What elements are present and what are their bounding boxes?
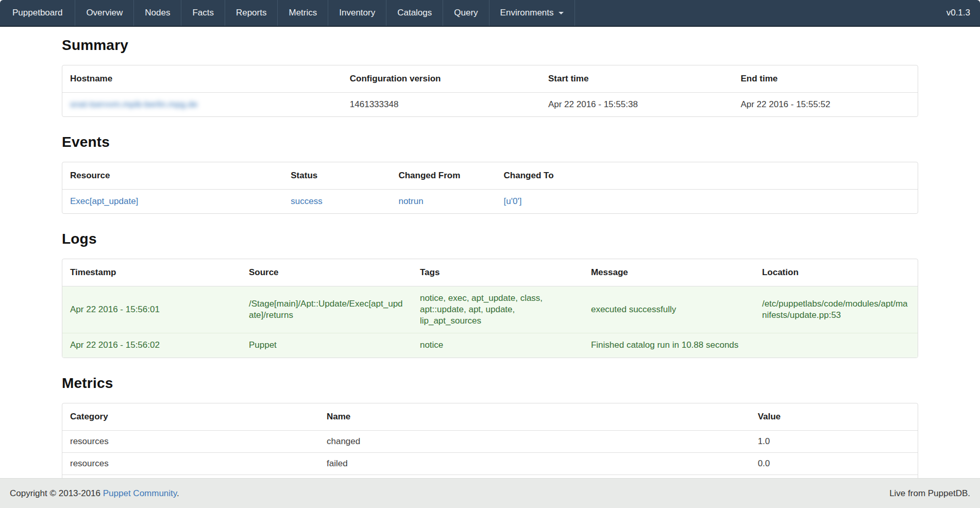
navbar-spacer <box>575 0 937 26</box>
nav-item-nodes[interactable]: Nodes <box>134 0 181 26</box>
copyright-text: Copyright © 2013-2016 Puppet Community. <box>10 488 179 499</box>
log-timestamp: Apr 22 2016 - 15:56:01 <box>62 286 241 333</box>
metric-category: resources <box>62 452 319 475</box>
summary-table: Hostname Configuration version Start tim… <box>62 65 918 116</box>
events-col-changed-to: Changed To <box>496 162 918 190</box>
events-col-status: Status <box>283 162 391 190</box>
log-location <box>754 333 918 358</box>
log-message: executed successfully <box>583 286 754 333</box>
events-col-resource: Resource <box>62 162 283 190</box>
event-resource-link[interactable]: Exec[apt_update] <box>70 196 138 206</box>
event-status-link[interactable]: success <box>291 196 322 206</box>
hostname-link[interactable]: snat-tservvm.mpib-berlin.mpg.de <box>70 99 198 109</box>
puppet-community-link[interactable]: Puppet Community <box>103 488 177 498</box>
nav-item-query[interactable]: Query <box>443 0 489 26</box>
log-timestamp: Apr 22 2016 - 15:56:02 <box>62 333 241 358</box>
events-panel: Resource Status Changed From Changed To … <box>62 162 918 214</box>
metric-name: failed <box>319 452 750 475</box>
nav-dropdown-environments[interactable]: Environments <box>489 0 575 26</box>
summary-col-hostname: Hostname <box>62 65 342 93</box>
log-message: Finished catalog run in 10.88 seconds <box>583 333 754 358</box>
events-col-changed-from: Changed From <box>391 162 496 190</box>
logs-col-timestamp: Timestamp <box>62 259 241 286</box>
summary-row: snat-tservvm.mpib-berlin.mpg.de 14613333… <box>62 93 918 117</box>
section-title-metrics: Metrics <box>62 375 918 392</box>
summary-col-end-time: End time <box>733 65 918 93</box>
nav-item-overview[interactable]: Overview <box>75 0 134 26</box>
logs-col-message: Message <box>583 259 754 286</box>
copyright-prefix: Copyright © 2013-2016 <box>10 488 103 498</box>
start-time-value: Apr 22 2016 - 15:55:38 <box>540 93 733 117</box>
metrics-col-value: Value <box>750 403 918 431</box>
puppetdb-status-text: Live from PuppetDB. <box>889 488 970 499</box>
log-location: /etc/puppetlabs/code/modules/apt/manifes… <box>754 286 918 333</box>
navbar-brand-puppetboard[interactable]: Puppetboard <box>0 0 75 26</box>
metrics-col-name: Name <box>319 403 750 431</box>
config-version-value: 1461333348 <box>342 93 540 117</box>
event-changed-to-link[interactable]: [u'0'] <box>504 196 522 206</box>
metric-row: resources failed 0.0 <box>62 452 918 475</box>
logs-col-location: Location <box>754 259 918 286</box>
events-table: Resource Status Changed From Changed To … <box>62 162 918 213</box>
caret-down-icon <box>559 12 564 14</box>
log-tags: notice, exec, apt_update, class, apt::up… <box>412 286 583 333</box>
log-source: /Stage[main]/Apt::Update/Exec[apt_update… <box>241 286 412 333</box>
logs-panel: Timestamp Source Tags Message Location A… <box>62 259 918 358</box>
nav-item-facts[interactable]: Facts <box>181 0 225 26</box>
logs-header-row: Timestamp Source Tags Message Location <box>62 259 918 286</box>
nav-item-metrics[interactable]: Metrics <box>278 0 328 26</box>
summary-col-config-version: Configuration version <box>342 65 540 93</box>
copyright-suffix: . <box>177 488 179 498</box>
summary-header-row: Hostname Configuration version Start tim… <box>62 65 918 93</box>
log-row: Apr 22 2016 - 15:56:02 Puppet notice Fin… <box>62 333 918 358</box>
section-title-events: Events <box>62 134 918 150</box>
metric-value: 0.0 <box>750 452 918 475</box>
event-row: Exec[apt_update] success notrun [u'0'] <box>62 190 918 214</box>
logs-col-tags: Tags <box>412 259 583 286</box>
end-time-value: Apr 22 2016 - 15:55:52 <box>733 93 918 117</box>
nav-item-catalogs[interactable]: Catalogs <box>386 0 443 26</box>
metric-category: resources <box>62 430 319 452</box>
metric-name: changed <box>319 430 750 452</box>
section-title-summary: Summary <box>62 37 918 54</box>
metrics-header-row: Category Name Value <box>62 403 918 431</box>
nav-item-inventory[interactable]: Inventory <box>328 0 386 26</box>
log-source: Puppet <box>241 333 412 358</box>
summary-panel: Hostname Configuration version Start tim… <box>62 65 918 117</box>
logs-table: Timestamp Source Tags Message Location A… <box>62 259 918 357</box>
environments-label: Environments <box>500 8 554 18</box>
section-title-logs: Logs <box>62 231 918 247</box>
main-content: Summary Hostname Configuration version S… <box>62 37 918 508</box>
events-header-row: Resource Status Changed From Changed To <box>62 162 918 190</box>
metrics-col-category: Category <box>62 403 319 431</box>
event-changed-from-link[interactable]: notrun <box>398 196 423 206</box>
page-footer: Copyright © 2013-2016 Puppet Community. … <box>0 478 980 508</box>
version-badge: v0.1.3 <box>937 0 980 26</box>
logs-col-source: Source <box>241 259 412 286</box>
top-navbar: Puppetboard Overview Nodes Facts Reports… <box>0 0 980 27</box>
metric-row: resources changed 1.0 <box>62 430 918 452</box>
log-row: Apr 22 2016 - 15:56:01 /Stage[main]/Apt:… <box>62 286 918 333</box>
log-tags: notice <box>412 333 583 358</box>
metric-value: 1.0 <box>750 430 918 452</box>
summary-col-start-time: Start time <box>540 65 733 93</box>
nav-item-reports[interactable]: Reports <box>225 0 278 26</box>
